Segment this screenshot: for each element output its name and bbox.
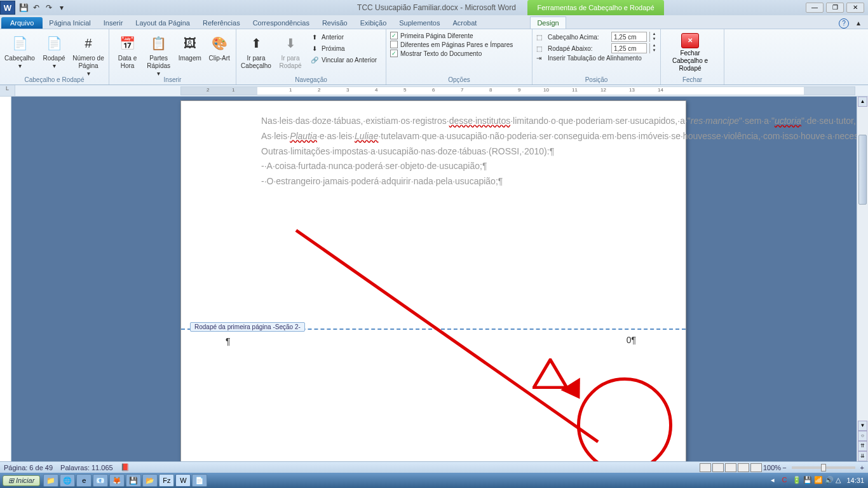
show-document-text-checkbox[interactable]: ✓Mostrar Texto do Documento (390, 50, 513, 57)
taskbar-item[interactable]: Fz (159, 474, 174, 487)
full-screen-view-button[interactable] (712, 463, 724, 472)
header-icon: 📄 (10, 33, 30, 53)
header-from-top: ⬚Cabeçalho Acima:1,25 cm▲▼ (536, 32, 658, 42)
window-controls: — ❐ ✕ (806, 3, 864, 13)
header-top-spinbox[interactable]: 1,25 cm (611, 32, 647, 42)
clock[interactable]: 14:31 (846, 477, 864, 484)
windows-logo-icon: ⊞ (8, 477, 14, 485)
page-number-button[interactable]: #Número de Página▾ (72, 30, 104, 78)
taskbar-item[interactable]: 📄 (192, 474, 207, 487)
scroll-down-button[interactable]: ▼ (858, 421, 867, 431)
zoom-in-button[interactable]: + (860, 464, 864, 471)
outline-view-button[interactable] (738, 463, 749, 472)
help-icon[interactable]: ? (839, 18, 849, 29)
tab-review[interactable]: Revisão (316, 17, 354, 29)
group-position: ⬚Cabeçalho Acima:1,25 cm▲▼ ⬚Rodapé Abaix… (532, 29, 661, 85)
page-indicator[interactable]: Página: 6 de 49 (4, 464, 53, 471)
image-button[interactable]: 🖼Imagem (175, 30, 204, 62)
scroll-up-button[interactable]: ▲ (858, 97, 867, 107)
restore-button[interactable]: ❐ (826, 3, 844, 13)
header-button[interactable]: 📄Cabeçalho▾ (4, 30, 36, 70)
insert-alignment-tab-button[interactable]: ⇥Inserir Tabulação de Alinhamento (536, 55, 658, 62)
next-page-button[interactable]: ⇊ (858, 451, 867, 461)
tab-references[interactable]: Referências (196, 17, 247, 29)
taskbar-item-word[interactable]: W (175, 474, 191, 487)
group-header-footer: 📄Cabeçalho▾ 📄Rodapé▾ #Número de Página▾ … (0, 29, 109, 85)
document-page-1[interactable]: Nas·leis·das·doze·tábuas,·existiam·os·re… (180, 100, 686, 461)
taskbar-item[interactable]: 📁 (43, 474, 58, 487)
tab-design[interactable]: Design (530, 17, 566, 29)
tray-icon[interactable]: △ (836, 476, 844, 485)
tray-icon[interactable]: 💾 (803, 476, 812, 485)
odd-even-different-checkbox[interactable]: Diferentes em Páginas Pares e Ímpares (390, 41, 513, 48)
minimize-button[interactable]: — (806, 3, 824, 13)
taskbar-item[interactable]: 💾 (126, 474, 141, 487)
zoom-out-button[interactable]: − (782, 464, 786, 471)
tray-icon[interactable]: ◂ (771, 476, 780, 485)
close-header-footer-button[interactable]: ✕ Fechar Cabeçalho e Rodapé (665, 30, 715, 72)
previous-section-button[interactable]: ⬆Anterior (309, 32, 378, 42)
paragraph: Nas·leis·das·doze·tábuas,·existiam·os·re… (226, 114, 641, 129)
vertical-scrollbar[interactable]: ▲ ▼ ○ ⇈ ⇊ (857, 97, 868, 461)
scrollbar-thumb[interactable] (858, 135, 867, 205)
footer-page-number[interactable]: 0¶ (627, 335, 636, 345)
zoom-level[interactable]: 100% (763, 464, 781, 471)
quickparts-button[interactable]: 📋Partes Rápidas▾ (144, 30, 173, 78)
tray-icon[interactable]: C (782, 476, 790, 485)
group-insert: 📅Data e Hora 📋Partes Rápidas▾ 🖼Imagem 🎨C… (109, 29, 236, 85)
undo-button[interactable]: ↶ (31, 2, 42, 13)
clipart-button[interactable]: 🎨Clip-Art (207, 30, 232, 62)
taskbar-item[interactable]: e (76, 474, 92, 487)
ruler-corner[interactable]: L (0, 85, 15, 96)
prev-icon: ⬆ (310, 32, 319, 41)
close-window-button[interactable]: ✕ (846, 3, 864, 13)
tab-insert[interactable]: Inserir (97, 17, 130, 29)
prev-page-button[interactable]: ⇈ (858, 441, 867, 451)
tab-mailings[interactable]: Correspondências (247, 17, 316, 29)
tab-layout[interactable]: Layout da Página (129, 17, 196, 29)
footer-content[interactable]: ¶ (181, 336, 686, 346)
proofing-icon[interactable]: 📕 (121, 463, 130, 471)
tab-view[interactable]: Exibição (354, 17, 393, 29)
start-button[interactable]: ⊞Iniciar (3, 475, 40, 486)
windows-taskbar: ⊞Iniciar 📁 🌐 e 📧 🦊 💾 📂 Fz W 📄 ◂ C 🔋 💾 📶 … (0, 473, 868, 488)
footer-button[interactable]: 📄Rodapé▾ (38, 30, 70, 70)
taskbar-item[interactable]: 🦊 (109, 474, 125, 487)
zoom-slider[interactable] (792, 466, 855, 469)
tray-icon[interactable]: 🔋 (792, 476, 801, 485)
status-bar: Página: 6 de 49 Palavras: 11.065 📕 100% … (0, 461, 868, 473)
taskbar-item[interactable]: 🌐 (60, 474, 75, 487)
web-layout-view-button[interactable] (725, 463, 736, 472)
goto-footer-button[interactable]: ⬇Ir para Rodapé (275, 30, 306, 70)
tab-addins[interactable]: Suplementos (393, 17, 446, 29)
footer-section-tag: Rodapé da primeira página -Seção 2- (190, 322, 305, 332)
redo-button[interactable]: ↷ (43, 2, 55, 13)
vertical-ruler[interactable] (0, 97, 11, 461)
tab-home[interactable]: Página Inicial (43, 17, 97, 29)
print-layout-view-button[interactable] (700, 463, 711, 472)
tray-icon[interactable]: 📶 (814, 476, 823, 485)
horizontal-ruler[interactable]: 21 12 34 56 78 910 1112 1314 (180, 86, 855, 95)
word-count[interactable]: Palavras: 11.065 (60, 464, 113, 471)
group-navigation: ⬆Ir para Cabeçalho ⬇Ir para Rodapé ⬆Ante… (236, 29, 386, 85)
draft-view-button[interactable] (750, 463, 762, 472)
first-page-different-checkbox[interactable]: ✓Primeira Página Diferente (390, 32, 513, 39)
tab-acrobat[interactable]: Acrobat (446, 17, 483, 29)
link-previous-button[interactable]: 🔗Vincular ao Anterior (309, 55, 378, 65)
datetime-button[interactable]: 📅Data e Hora (113, 30, 142, 70)
minimize-ribbon-icon[interactable]: ▴ (853, 17, 864, 29)
goto-header-button[interactable]: ⬆Ir para Cabeçalho (240, 30, 272, 70)
next-section-button[interactable]: ⬇Próxima (309, 43, 378, 53)
file-tab[interactable]: Arquivo (1, 17, 43, 29)
save-button[interactable]: 💾 (18, 2, 29, 13)
taskbar-item[interactable]: 📧 (93, 474, 108, 487)
tray-icon[interactable]: 🔊 (825, 476, 834, 485)
document-area: Nas·leis·das·doze·tábuas,·existiam·os·re… (0, 97, 868, 461)
document-body: Nas·leis·das·doze·tábuas,·existiam·os·re… (181, 101, 686, 202)
browse-object-button[interactable]: ○ (858, 431, 867, 441)
group-close: ✕ Fechar Cabeçalho e Rodapé Fechar (661, 29, 724, 85)
taskbar-item[interactable]: 📂 (142, 474, 158, 487)
group-options: ✓Primeira Página Diferente Diferentes em… (386, 29, 532, 85)
footer-bottom-spinbox[interactable]: 1,25 cm (611, 43, 647, 53)
qat-dropdown[interactable]: ▾ (56, 2, 67, 13)
